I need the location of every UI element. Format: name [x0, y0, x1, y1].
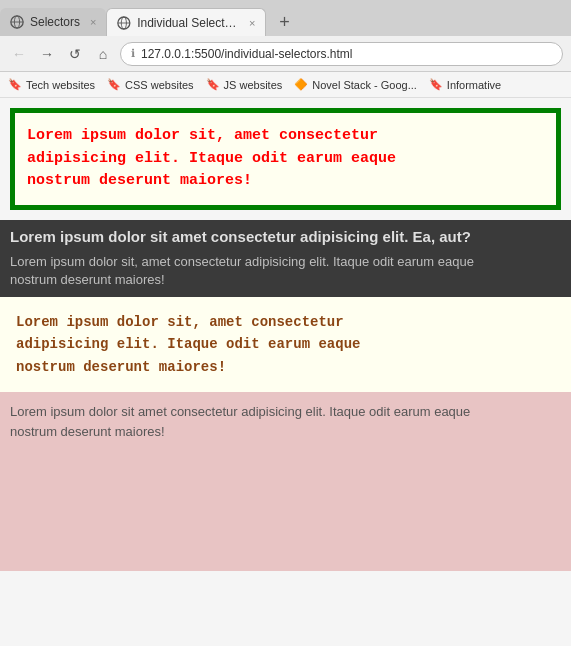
bookmark-novel[interactable]: 🔶 Novel Stack - Goog...	[294, 78, 417, 91]
forward-button[interactable]: →	[36, 43, 58, 65]
section-dark-body: Lorem ipsum dolor sit, amet consectetur …	[0, 253, 571, 297]
tab-selectors[interactable]: Selectors ×	[0, 8, 106, 36]
section3-text: Lorem ipsum dolor sit, amet consectetur …	[16, 311, 555, 378]
section-green-box: Lorem ipsum dolor sit, amet consectetur …	[10, 108, 561, 210]
back-button[interactable]: ←	[8, 43, 30, 65]
tab-selectors-label: Selectors	[30, 15, 80, 29]
info-icon: ℹ	[131, 47, 135, 60]
bookmark-css-label: CSS websites	[125, 79, 193, 91]
bookmark-novel-icon: 🔶	[294, 78, 308, 91]
bookmark-informative[interactable]: 🔖 Informative	[429, 78, 501, 91]
tab-selectors-close[interactable]: ×	[90, 16, 96, 28]
section-pink-box: Lorem ipsum dolor sit amet consectetur a…	[0, 392, 571, 451]
bookmark-tech[interactable]: 🔖 Tech websites	[8, 78, 95, 91]
globe-icon-2	[117, 16, 131, 30]
bookmark-informative-icon: 🔖	[429, 78, 443, 91]
tab-individual-selectors-close[interactable]: ×	[249, 17, 255, 29]
tab-individual-selectors-label: Individual Selectors	[137, 16, 239, 30]
section-yellow-box: Lorem ipsum dolor sit, amet consectetur …	[0, 297, 571, 392]
bookmark-js-icon: 🔖	[206, 78, 220, 91]
bookmark-novel-label: Novel Stack - Goog...	[312, 79, 417, 91]
new-tab-button[interactable]: +	[270, 8, 298, 36]
home-button[interactable]: ⌂	[92, 43, 114, 65]
bookmark-css[interactable]: 🔖 CSS websites	[107, 78, 193, 91]
section1-text: Lorem ipsum dolor sit, amet consectetur …	[27, 125, 544, 193]
bookmark-tech-icon: 🔖	[8, 78, 22, 91]
bookmark-tech-label: Tech websites	[26, 79, 95, 91]
nav-bar: ← → ↺ ⌂ ℹ 127.0.0.1:5500/individual-sele…	[0, 36, 571, 72]
globe-icon-1	[10, 15, 24, 29]
section4-text: Lorem ipsum dolor sit amet consectetur a…	[10, 402, 561, 441]
page-content: Lorem ipsum dolor sit, amet consectetur …	[0, 98, 571, 646]
section2-heading: Lorem ipsum dolor sit amet consectetur a…	[10, 228, 561, 245]
bookmark-informative-label: Informative	[447, 79, 501, 91]
bookmark-js[interactable]: 🔖 JS websites	[206, 78, 283, 91]
tab-bar: Selectors × Individual Selectors × +	[0, 0, 571, 36]
section-pink2-box	[0, 451, 571, 571]
bookmark-js-label: JS websites	[224, 79, 283, 91]
address-text: 127.0.0.1:5500/individual-selectors.html	[141, 47, 352, 61]
bookmarks-bar: 🔖 Tech websites 🔖 CSS websites 🔖 JS webs…	[0, 72, 571, 98]
bookmark-css-icon: 🔖	[107, 78, 121, 91]
section-dark-heading: Lorem ipsum dolor sit amet consectetur a…	[0, 220, 571, 253]
section2-body: Lorem ipsum dolor sit, amet consectetur …	[10, 253, 561, 289]
browser-window: Selectors × Individual Selectors × + ← →…	[0, 0, 571, 646]
reload-button[interactable]: ↺	[64, 43, 86, 65]
address-bar[interactable]: ℹ 127.0.0.1:5500/individual-selectors.ht…	[120, 42, 563, 66]
tab-individual-selectors[interactable]: Individual Selectors ×	[106, 8, 266, 36]
